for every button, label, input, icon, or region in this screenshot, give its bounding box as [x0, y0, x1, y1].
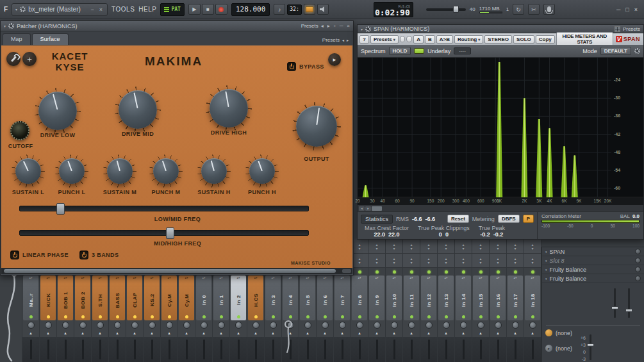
stop-button[interactable]: ■	[202, 4, 214, 15]
rack-fader-1[interactable]	[614, 288, 616, 318]
scrollbar-handle[interactable]	[372, 206, 382, 211]
pan-knob[interactable]	[40, 320, 56, 329]
peak-hold-button[interactable]: P	[523, 215, 534, 223]
fader-arrow[interactable]: ▴	[57, 329, 74, 337]
track-nameplate[interactable]: ▴▾ In 14	[456, 276, 471, 320]
pan-knob[interactable]	[472, 320, 489, 329]
track-nameplate[interactable]: ▴▾ In 4	[283, 276, 298, 320]
mixer-track-22[interactable]: ▴▾ ▴▾ ▴▾ In 11 ▴	[403, 240, 420, 362]
pan-knob[interactable]	[22, 320, 39, 329]
minimize-icon[interactable]: ─	[340, 23, 343, 29]
track-nameplate[interactable]: ▴▾ In 13	[438, 276, 454, 320]
tab-presets-label[interactable]: Presets	[322, 37, 340, 43]
fader-track[interactable]	[144, 337, 160, 362]
fader-track[interactable]	[403, 337, 420, 362]
none-slot-2[interactable]: ▸ (none)	[545, 345, 572, 352]
route-arrows[interactable]: ▴▾	[507, 254, 524, 268]
bands-toggle[interactable]: 3 BANDS	[79, 251, 119, 259]
reset-button[interactable]: Reset	[447, 215, 469, 223]
pan-knob[interactable]	[92, 320, 108, 329]
underlay-selector[interactable]: ----	[454, 47, 471, 54]
prev-preset-icon[interactable]: ◂	[321, 23, 324, 29]
preset-grid-icon[interactable]	[615, 26, 620, 32]
fader-track[interactable]	[351, 337, 368, 362]
fader-arrow[interactable]: ▴	[213, 329, 229, 337]
fader-track[interactable]	[74, 337, 91, 362]
fader-arrow[interactable]: ▴	[472, 329, 489, 337]
detach-icon[interactable]: ▫	[334, 23, 336, 29]
record-button[interactable]	[215, 4, 227, 15]
pan-knob[interactable]	[420, 320, 437, 329]
fader-track[interactable]	[22, 337, 39, 362]
rack-fader-2[interactable]	[628, 288, 630, 318]
b-button[interactable]: B	[425, 35, 435, 44]
fader-track[interactable]	[368, 337, 385, 362]
plugin-selector-bar[interactable]: ▾ bx_meter (Master) − ×	[12, 3, 108, 16]
mixer-track-25[interactable]: ▴▾ ▴▾ ▴▾ In 14 ▴	[455, 240, 472, 362]
pan-knob[interactable]	[57, 320, 74, 329]
close-icon[interactable]: ×	[347, 23, 350, 29]
fl-menu[interactable]: F	[4, 6, 8, 13]
track-nameplate[interactable]: ▴▾ KS.2	[144, 276, 160, 320]
track-nameplate[interactable]: ▴▾ In 6	[317, 276, 333, 320]
fader-track[interactable]	[195, 337, 212, 362]
play-button[interactable]: ▶	[188, 4, 201, 15]
fader-track[interactable]	[317, 337, 333, 362]
fader-track[interactable]	[490, 337, 506, 362]
cutoff-knob[interactable]	[10, 121, 29, 140]
time-display[interactable]: M:S:CS 0:02:90	[374, 2, 413, 17]
fader-arrow[interactable]: ▴	[507, 329, 524, 337]
fader-arrow[interactable]: ▴	[438, 329, 454, 337]
chevron-down-icon[interactable]: ▾	[4, 24, 6, 28]
mixer-track-21[interactable]: ▴▾ ▴▾ ▴▾ In 10 ▴	[386, 240, 403, 362]
track-nameplate[interactable]: ▴▾ BOB 2	[75, 276, 90, 320]
track-nameplate[interactable]: ▴▾ H.CS	[248, 276, 263, 320]
route-arrows[interactable]: ▴▾	[438, 254, 454, 268]
none-slot-1[interactable]: (none)	[545, 329, 572, 336]
pan-knob[interactable]	[213, 320, 229, 329]
sustain-l-knob[interactable]	[12, 154, 45, 188]
slider-handle[interactable]	[453, 6, 459, 13]
fader-arrow[interactable]: ▴	[490, 329, 506, 337]
fader-track[interactable]	[109, 337, 126, 362]
pan-knob[interactable]	[161, 320, 178, 329]
route-arrows[interactable]: ▴▾	[368, 254, 385, 268]
route-arrows[interactable]: ▴▾	[403, 254, 420, 268]
midhigh-freq-slider[interactable]	[19, 230, 309, 236]
routing-dropdown[interactable]: Routing▾	[454, 35, 483, 44]
copy-button[interactable]: Copy	[536, 35, 555, 44]
span-presets-label[interactable]: Presets	[623, 26, 640, 32]
a-button[interactable]: A	[413, 35, 424, 44]
route-arrows[interactable]: ▴▾	[472, 240, 489, 254]
mixer-track-19[interactable]: ▴▾ ▴▾ ▴▾ In 8 ▴	[351, 240, 368, 362]
maximize-window-button[interactable]: □	[625, 6, 629, 13]
pan-knob[interactable]	[524, 320, 541, 329]
metronome-icon[interactable]: ♪	[274, 4, 285, 15]
pan-knob[interactable]	[247, 320, 264, 329]
drive-mid-knob[interactable]	[115, 86, 161, 133]
fader-arrow[interactable]: ▴	[247, 329, 264, 337]
balance-fader[interactable]	[590, 334, 591, 360]
route-arrows[interactable]: ▴▾	[524, 254, 541, 268]
slot-knob[interactable]	[635, 249, 641, 254]
route-arrows[interactable]: ▴▾	[386, 240, 402, 254]
pan-knob[interactable]	[386, 320, 402, 329]
output-knob[interactable]	[292, 102, 341, 151]
track-nameplate[interactable]: ▴▾ Cy.M	[179, 276, 194, 320]
hold-button[interactable]: HOLD	[389, 47, 411, 55]
route-arrows[interactable]: ▴▾	[403, 240, 420, 254]
fader-arrow[interactable]: ▴	[92, 329, 108, 337]
spectrum-enable-led[interactable]	[414, 48, 424, 54]
pan-knob[interactable]	[403, 320, 420, 329]
fader-arrow[interactable]: ▴	[403, 329, 420, 337]
pan-knob[interactable]	[144, 320, 160, 329]
mode-selector[interactable]: DEFAULT	[600, 47, 631, 55]
mixer-track-24[interactable]: ▴▾ ▴▾ ▴▾ In 13 ▴	[438, 240, 455, 362]
fader-track[interactable]	[161, 337, 178, 362]
typing-keyboard-icon[interactable]	[304, 4, 315, 15]
track-nameplate[interactable]: ▴▾ CLAP	[127, 276, 142, 320]
mixer-track-28[interactable]: ▴▾ ▴▾ ▴▾ In 17 ▴	[507, 240, 524, 362]
fader-track[interactable]	[524, 337, 541, 362]
fader-arrow[interactable]: ▴	[386, 329, 402, 337]
track-nameplate[interactable]: ▴▾ In 8	[352, 276, 367, 320]
